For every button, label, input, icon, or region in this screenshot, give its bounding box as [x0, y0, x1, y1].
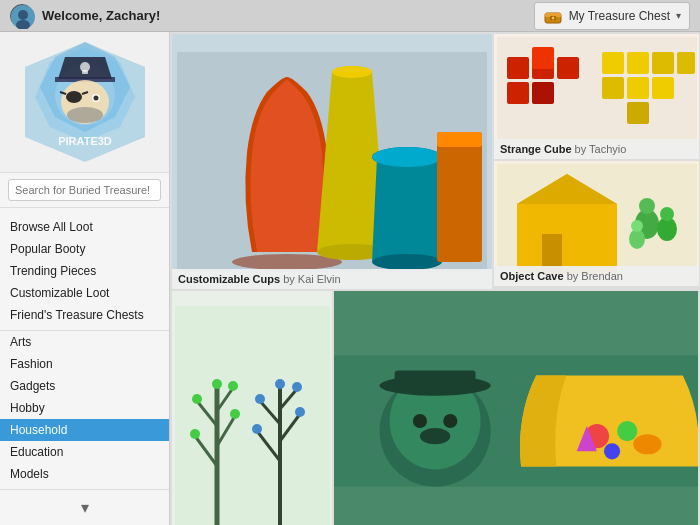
cups-image — [172, 34, 492, 289]
svg-rect-40 — [602, 52, 624, 74]
welcome-text: Welcome, Zachary! — [42, 8, 160, 23]
svg-rect-43 — [602, 77, 624, 99]
svg-point-66 — [192, 394, 202, 404]
svg-point-6 — [551, 16, 554, 19]
svg-point-1 — [18, 10, 28, 20]
svg-point-67 — [228, 381, 238, 391]
svg-rect-45 — [627, 102, 649, 124]
my-treasure-chest-button[interactable]: My Treasure Chest ▾ — [534, 2, 690, 30]
sidebar-more-button[interactable]: ▾ — [0, 494, 169, 521]
card-face[interactable] — [334, 291, 698, 525]
svg-point-74 — [252, 424, 262, 434]
svg-point-55 — [660, 207, 674, 221]
svg-point-64 — [190, 429, 200, 439]
cube-author: by Tachyio — [575, 143, 627, 155]
svg-rect-38 — [557, 57, 579, 79]
sidebar-search — [0, 172, 169, 208]
svg-rect-42 — [652, 52, 674, 74]
svg-point-85 — [443, 414, 457, 428]
svg-rect-41 — [627, 52, 649, 74]
top-bar: Welcome, Zachary! My Treasure Chest ▾ — [0, 0, 700, 32]
more-icon: ▾ — [81, 498, 89, 517]
cave-author: by Brendan — [567, 270, 623, 282]
svg-rect-58 — [175, 306, 330, 525]
main-layout: PIRATE3D Browse All Loot Popular Booty T… — [0, 32, 700, 525]
sidebar-item-fashion[interactable]: Fashion — [0, 353, 169, 375]
sidebar-item-trending[interactable]: Trending Pieces — [0, 260, 169, 282]
right-column-2 — [334, 291, 698, 525]
sidebar-logo: PIRATE3D — [0, 32, 169, 172]
cups-author: by Kai Elvin — [283, 273, 340, 285]
side-cards: Strange Cube by Tachyio — [494, 34, 699, 289]
svg-rect-83 — [395, 370, 476, 390]
svg-point-78 — [275, 379, 285, 389]
svg-point-27 — [332, 66, 372, 78]
card-jewellery-tree[interactable]: Jewellery Tree by Tachyio — [172, 291, 332, 525]
search-input[interactable] — [8, 179, 161, 201]
cave-label: Object Cave by Brendan — [494, 266, 699, 286]
cube-title: Strange Cube — [500, 143, 572, 155]
svg-rect-46 — [652, 77, 674, 99]
cube-label: Strange Cube by Tachyio — [494, 139, 699, 159]
avatar — [10, 4, 34, 28]
sidebar-item-browse-all[interactable]: Browse All Loot — [0, 216, 169, 238]
svg-point-90 — [633, 434, 661, 454]
sidebar-item-education[interactable]: Education — [0, 441, 169, 463]
sidebar-item-popular[interactable]: Popular Booty — [0, 238, 169, 260]
treasure-chest-icon — [543, 6, 563, 26]
cave-title: Object Cave — [500, 270, 564, 282]
svg-point-30 — [372, 147, 442, 167]
svg-rect-39 — [532, 82, 554, 104]
face-image — [334, 291, 698, 525]
sidebar-bottom: ▾ — [0, 489, 169, 525]
content-row-1: Customizable Cups by Kai Elvin — [172, 34, 698, 289]
sidebar-item-customizable[interactable]: Customizable Loot — [0, 282, 169, 304]
sidebar-item-models[interactable]: Models — [0, 463, 169, 485]
svg-rect-36 — [507, 82, 529, 104]
sidebar: PIRATE3D Browse All Loot Popular Booty T… — [0, 32, 170, 525]
svg-point-18 — [93, 96, 98, 101]
svg-point-77 — [292, 382, 302, 392]
sidebar-item-arts[interactable]: Arts — [0, 331, 169, 353]
svg-point-19 — [67, 107, 103, 123]
cups-label: Customizable Cups by Kai Elvin — [172, 269, 492, 289]
svg-point-53 — [639, 198, 655, 214]
sidebar-item-hobby[interactable]: Hobby — [0, 397, 169, 419]
svg-point-75 — [295, 407, 305, 417]
svg-point-88 — [617, 421, 637, 441]
svg-rect-37 — [532, 47, 554, 69]
svg-rect-34 — [507, 57, 529, 79]
svg-text:PIRATE3D: PIRATE3D — [58, 135, 112, 147]
svg-point-89 — [604, 443, 620, 459]
svg-point-68 — [212, 379, 222, 389]
sidebar-nav: Browse All Loot Popular Booty Trending P… — [0, 208, 169, 331]
svg-point-57 — [631, 220, 643, 232]
svg-point-86 — [420, 428, 450, 444]
svg-point-84 — [413, 414, 427, 428]
jewellery-image — [172, 291, 332, 525]
svg-rect-32 — [437, 132, 482, 147]
pirate3d-logo: PIRATE3D — [20, 37, 150, 167]
svg-point-14 — [66, 91, 82, 103]
svg-point-29 — [372, 254, 442, 270]
card-strange-cube[interactable]: Strange Cube by Tachyio — [494, 34, 699, 159]
top-bar-left: Welcome, Zachary! — [10, 4, 160, 28]
sidebar-item-friends[interactable]: Friend's Treasure Chests — [0, 304, 169, 326]
svg-rect-44 — [627, 77, 649, 99]
cups-title: Customizable Cups — [178, 273, 280, 285]
content-row-2: Jewellery Tree by Tachyio — [172, 291, 698, 525]
svg-point-76 — [255, 394, 265, 404]
sidebar-categories: Arts Fashion Gadgets Hobby Household Edu… — [0, 331, 169, 489]
sidebar-item-gadgets[interactable]: Gadgets — [0, 375, 169, 397]
svg-rect-22 — [82, 70, 88, 74]
sidebar-item-household[interactable]: Household — [0, 419, 169, 441]
svg-point-65 — [230, 409, 240, 419]
card-object-cave[interactable]: Object Cave by Brendan — [494, 161, 699, 286]
svg-rect-31 — [437, 132, 482, 262]
svg-rect-47 — [677, 52, 695, 74]
chest-label: My Treasure Chest — [569, 9, 670, 23]
chevron-down-icon: ▾ — [676, 10, 681, 21]
card-customizable-cups[interactable]: Customizable Cups by Kai Elvin — [172, 34, 492, 289]
content-area: Customizable Cups by Kai Elvin — [170, 32, 700, 525]
